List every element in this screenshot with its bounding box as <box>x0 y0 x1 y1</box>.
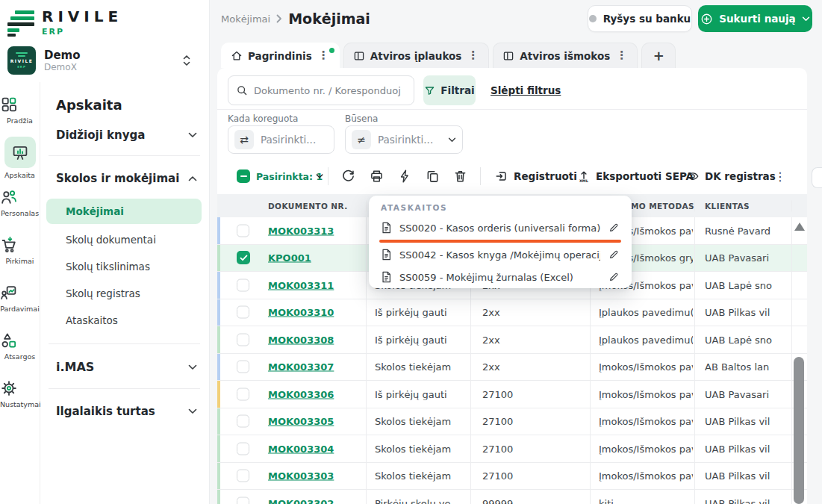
status-stripe <box>217 463 220 490</box>
document-link[interactable]: MOK003303 <box>268 470 334 482</box>
menu-group-skolos-ir-mokejimai[interactable]: Skolos ir mokėjimai <box>56 172 197 185</box>
create-new-button[interactable]: Sukurti naują <box>698 5 812 32</box>
register-button[interactable]: Registruoti <box>495 169 577 183</box>
search-box[interactable] <box>228 75 414 105</box>
column-header-klientas[interactable]: KLIENTAS <box>705 202 750 211</box>
search-input[interactable] <box>254 85 406 96</box>
chevron-down-icon[interactable] <box>316 174 323 179</box>
scroll-up-arrow[interactable] <box>794 223 805 231</box>
dk-register-button[interactable]: DK registras <box>686 169 776 183</box>
home-icon <box>231 50 243 62</box>
table-row[interactable]: MOK003305 Skolos tiekėjam 27100 Įmokos/I… <box>217 408 807 436</box>
table-row[interactable]: MOK003302 Pirkėjų skolų ve 99999 kiti UA… <box>217 490 807 504</box>
tab-menu-icon[interactable]: ⋮ <box>467 50 479 61</box>
edit-pencil-icon[interactable] <box>608 271 620 283</box>
document-link[interactable]: MOK003313 <box>268 225 334 236</box>
document-link[interactable]: MOK003304 <box>268 443 334 454</box>
workspace-expand-icon[interactable] <box>182 54 191 67</box>
filters-button[interactable]: Filtrai <box>423 75 476 105</box>
document-link[interactable]: MOK003302 <box>268 497 334 504</box>
hide-filters-link[interactable]: Slėpti filtrus <box>491 84 561 96</box>
chevron-down-icon <box>448 137 456 143</box>
status-stripe <box>217 408 220 435</box>
sidebar-item-skolu-dokumentai[interactable]: Skolų dokumentai <box>66 234 156 246</box>
sidebar-item-nustatymai[interactable]: Nustatymai <box>0 379 40 408</box>
edit-pencil-icon[interactable] <box>608 249 620 261</box>
sidebar-item-pardavimai[interactable]: Pardavimai <box>0 284 40 313</box>
document-link[interactable]: MOK003308 <box>268 334 334 345</box>
row-checkbox[interactable] <box>237 497 249 504</box>
sidebar-item-pradzia[interactable]: Pradžia <box>0 96 40 125</box>
table-row[interactable]: MOK003306 Iš pirkėjų gauti 27100 Įmokos/… <box>217 381 807 408</box>
table-row[interactable]: MOK003304 Skolos tiekėjam 27100 Įmokos/I… <box>217 435 807 463</box>
tab-menu-icon[interactable]: ⋮ <box>615 50 628 61</box>
row-checkbox[interactable] <box>237 442 249 455</box>
sidebar-item-atsargos[interactable]: Atsargos <box>0 332 40 361</box>
row-checkbox[interactable] <box>237 415 249 428</box>
document-link[interactable]: MOK003307 <box>268 361 334 373</box>
filter-kada-koreguota-select[interactable]: ⇄ Pasirinkti... <box>228 125 334 154</box>
tab-atviros-iplaukos[interactable]: Atviros įplaukos ⋮ <box>343 43 490 68</box>
menu-group-didzioji-knyga[interactable]: Didžioji knyga <box>56 128 197 142</box>
document-link[interactable]: KPO001 <box>268 252 311 264</box>
document-icon <box>381 222 392 234</box>
report-item-ss0020[interactable]: SS0020 - Kasos orderis (universali forma… <box>375 217 626 239</box>
row-checkbox[interactable] <box>237 333 249 346</box>
bank-connection-button[interactable]: Ryšys su banku <box>588 5 692 32</box>
sidebar-item-personalas[interactable]: Personalas <box>0 188 40 217</box>
table-scrollbar-thumb[interactable] <box>794 357 804 504</box>
row-checkbox[interactable] <box>237 470 249 482</box>
tab-atviros-ismokos[interactable]: Atviros išmokos ⋮ <box>493 43 638 68</box>
lightning-icon[interactable] <box>398 169 412 184</box>
status-stripe <box>217 217 220 244</box>
export-sepa-button[interactable]: XML Eksportuoti SEPA <box>577 169 694 183</box>
table-row[interactable]: MOK003303 Skolos tiekėjam 27100 Įmokos/I… <box>217 463 807 491</box>
sidebar-item-mokejimai[interactable]: Mokėjimai <box>46 199 202 224</box>
print-icon[interactable] <box>370 169 384 184</box>
document-link[interactable]: MOK003306 <box>268 388 334 399</box>
sidebar-item-ataskaitos[interactable]: Ataskaitos <box>66 314 118 326</box>
sidebar-item-apskaita[interactable]: Apskaita <box>0 137 40 179</box>
table-row[interactable]: MOK003310 Iš pirkėjų gauti 2xx Įplaukos … <box>217 299 807 327</box>
sidebar-item-pirkimai[interactable]: Pirkimai <box>0 236 40 265</box>
status-stripe <box>217 326 220 353</box>
edit-pencil-icon[interactable] <box>608 222 620 234</box>
row-checkbox[interactable] <box>237 279 249 291</box>
selected-count-label[interactable]: Pasirinkta: 1 <box>256 171 323 182</box>
brand-name: RIVILE <box>42 9 122 24</box>
workspace-switcher[interactable]: RIVILE ERP Demo DemoX <box>7 45 202 76</box>
copy-icon[interactable] <box>426 169 440 184</box>
report-item-ss0059[interactable]: SS0059 - Mokėjimų žurnalas (Excel) <box>375 266 626 288</box>
tab-pagrindinis[interactable]: Pagrindinis ⋮ <box>221 43 340 68</box>
cutoff-button[interactable] <box>812 167 822 188</box>
row-checkbox[interactable] <box>237 361 249 373</box>
trash-icon[interactable] <box>453 169 467 184</box>
menu-group-imas[interactable]: i.MAS <box>56 360 197 374</box>
document-link[interactable]: MOK003311 <box>268 279 334 290</box>
document-link[interactable]: MOK003310 <box>268 307 334 318</box>
chevron-down-icon <box>188 364 197 370</box>
shapes-icon <box>0 332 40 349</box>
breadcrumb-parent[interactable]: Mokėjimai <box>221 13 270 25</box>
add-tab-button[interactable]: + <box>641 43 676 68</box>
column-header-dokumento-nr[interactable]: DOKUMENTO NR. <box>268 202 348 211</box>
table-row[interactable]: MOK003307 Skolos tiekėjam 2xx Įmokos/Išm… <box>217 354 807 382</box>
menu-divider <box>49 343 200 344</box>
row-checkbox[interactable] <box>237 388 249 400</box>
sidebar-item-skolu-registras[interactable]: Skolų registras <box>66 287 140 299</box>
layout-icon <box>502 50 514 62</box>
row-checkbox[interactable] <box>237 224 249 237</box>
table-row[interactable]: MOK003308 Iš pirkėjų gauti 2xx Įplaukos … <box>217 326 807 354</box>
tab-menu-icon[interactable]: ⋮ <box>317 50 330 61</box>
row-checkbox-checked[interactable] <box>237 251 250 264</box>
document-link[interactable]: MOK003305 <box>268 416 334 427</box>
more-actions-icon[interactable]: ⋮ <box>774 169 786 184</box>
select-all-checkbox[interactable] <box>237 169 250 183</box>
menu-group-ilgalaikis-turtas[interactable]: Ilgalaikis turtas <box>56 405 197 418</box>
refresh-icon[interactable] <box>341 169 355 184</box>
filter-busena-select[interactable]: ≠ Pasirinkti... <box>345 125 463 154</box>
brand-product: ERP <box>42 27 122 37</box>
sidebar-item-skolu-tikslinimas[interactable]: Skolų tikslinimas <box>66 261 150 273</box>
report-item-ss0042[interactable]: SS0042 - Kasos knyga /Mokėjimų operacijo… <box>375 243 626 266</box>
row-checkbox[interactable] <box>237 306 249 319</box>
